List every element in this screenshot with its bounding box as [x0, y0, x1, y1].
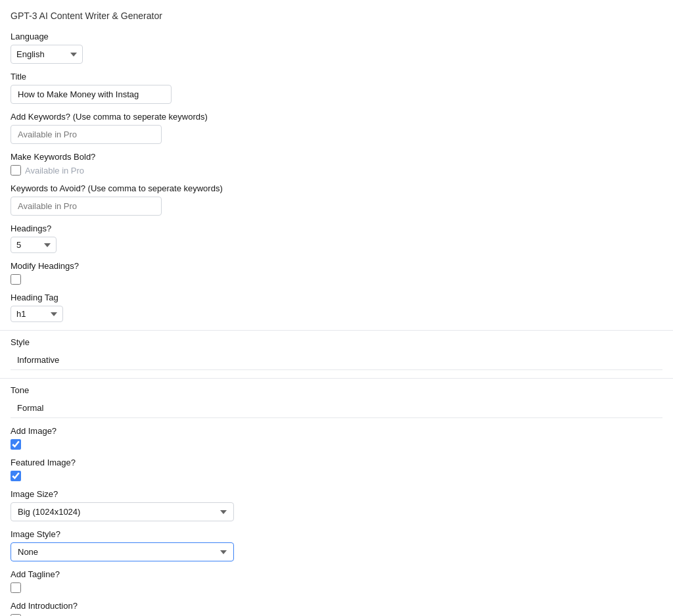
add-image-checkbox[interactable] — [11, 439, 21, 450]
image-size-select[interactable]: Big (1024x1024) Medium (512x512) Small (… — [11, 502, 234, 521]
featured-image-label: Featured Image? — [11, 458, 662, 467]
featured-image-checkbox[interactable] — [11, 471, 21, 481]
add-image-label: Add Image? — [11, 426, 662, 436]
add-tagline-label: Add Tagline? — [11, 569, 662, 579]
tone-input[interactable] — [11, 398, 662, 418]
add-keywords-label: Add Keywords? (Use comma to seperate key… — [11, 112, 662, 122]
add-keywords-input[interactable] — [11, 125, 162, 144]
headings-select[interactable]: 1234 5678910 — [11, 237, 57, 253]
modify-headings-checkbox[interactable] — [11, 274, 21, 285]
app-title: GPT-3 AI Content Writer & Generator — [11, 11, 662, 21]
style-label: Style — [11, 337, 662, 347]
modify-headings-label: Modify Headings? — [11, 261, 662, 271]
image-style-select[interactable]: None Vivid Natural — [11, 542, 234, 561]
heading-tag-select[interactable]: h1h2h3h4h5h6 — [11, 306, 63, 322]
image-style-label: Image Style? — [11, 529, 662, 539]
make-keywords-bold-label: Make Keywords Bold? — [11, 152, 662, 162]
title-input[interactable] — [11, 85, 172, 104]
add-tagline-checkbox[interactable] — [11, 582, 21, 593]
language-select[interactable]: English Spanish French German — [11, 45, 83, 64]
add-introduction-label: Add Introduction? — [11, 601, 662, 611]
headings-label: Headings? — [11, 224, 662, 233]
keywords-to-avoid-label: Keywords to Avoid? (Use comma to seperat… — [11, 183, 662, 193]
make-keywords-bold-checkbox[interactable] — [11, 165, 21, 176]
title-label: Title — [11, 72, 662, 82]
style-input[interactable] — [11, 350, 662, 370]
heading-tag-label: Heading Tag — [11, 293, 662, 302]
language-label: Language — [11, 32, 662, 41]
image-size-label: Image Size? — [11, 489, 662, 499]
tone-label: Tone — [11, 385, 662, 395]
make-keywords-bold-checkbox-label: Available in Pro — [25, 166, 84, 176]
keywords-to-avoid-input[interactable] — [11, 197, 162, 216]
